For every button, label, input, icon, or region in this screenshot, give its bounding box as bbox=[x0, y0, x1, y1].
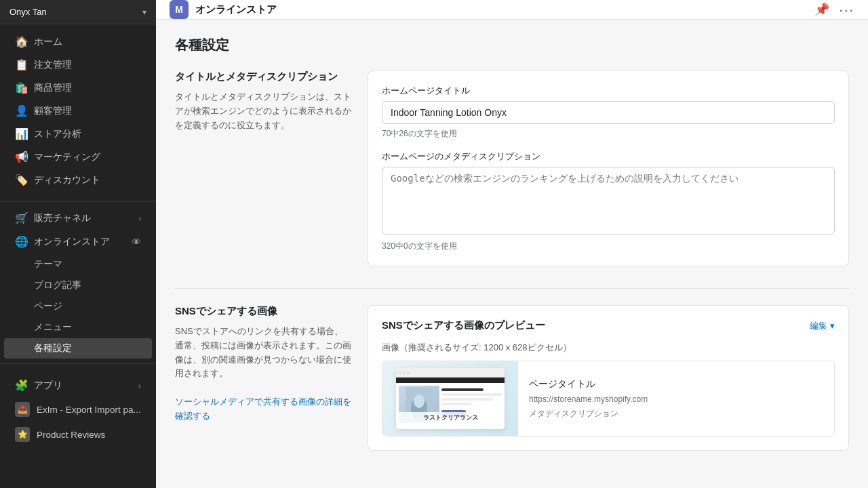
logo-text: M bbox=[175, 4, 183, 15]
preview-box: ラストクリアランス ページタイトル https://storename.mysh… bbox=[382, 361, 835, 436]
nav-divider bbox=[0, 201, 156, 202]
nav-item-products[interactable]: 🛍️ 商品管理 bbox=[4, 77, 152, 99]
sns-image-section: SNSでシェアする画像 SNSでストアへのリンクを共有する場合、通常、投稿には画… bbox=[175, 305, 849, 451]
expand-icon: › bbox=[138, 214, 141, 222]
title-meta-section: タイトルとメタディスクリプション タイトルとメタディスクリプションは、ストアが検… bbox=[175, 70, 849, 266]
sns-preview-card: SNSでシェアする画像のプレビュー 編集 ▾ 画像（推奨されるサイズ: 1200… bbox=[368, 305, 849, 451]
main-nav: 🏠 ホーム 📋 注文管理 🛍️ 商品管理 👤 顧客管理 📊 ストア分析 📢 マー… bbox=[0, 24, 156, 197]
home-icon: 🏠 bbox=[15, 35, 27, 48]
discounts-icon: 🏷️ bbox=[15, 174, 27, 186]
nav-item-marketing[interactable]: 📢 マーケティング bbox=[4, 146, 152, 168]
nav-label-products: 商品管理 bbox=[34, 82, 72, 94]
analytics-icon: 📊 bbox=[15, 127, 27, 140]
reviews-icon: ⭐ bbox=[15, 427, 30, 442]
store-selector[interactable]: Onyx Tan ▾ bbox=[0, 0, 156, 24]
main-content: M オンラインストア 📌 ··· 各種設定 タイトルとメタディスクリプション タ… bbox=[156, 0, 868, 488]
subnav-theme[interactable]: テーマ bbox=[4, 254, 152, 274]
online-store-subnav: テーマ ブログ記事 ページ メニュー 各種設定 bbox=[0, 253, 156, 359]
online-store-label: オンラインストア bbox=[34, 236, 132, 248]
nav-label-marketing: マーケティング bbox=[34, 151, 100, 163]
online-store-icon: 🌐 bbox=[15, 235, 27, 248]
title-meta-heading: タイトルとメタディスクリプション bbox=[175, 70, 351, 83]
mockup-line-3 bbox=[441, 398, 493, 401]
meta-description-label: ホームページのメタディスクリプション bbox=[382, 150, 835, 163]
customers-icon: 👤 bbox=[15, 104, 27, 117]
preview-image-content: ラストクリアランス bbox=[382, 361, 518, 436]
sns-preview-header: SNSでシェアする画像のプレビュー 編集 ▾ bbox=[382, 319, 835, 332]
apps-section: 🧩 アプリ › 📤 ExIm - Export Import pa... ⭐ P… bbox=[0, 368, 156, 453]
page-title: 各種設定 bbox=[175, 36, 849, 54]
meta-description-char-count: 320中0の文字を使用 bbox=[382, 241, 835, 252]
apps-section-label[interactable]: 🧩 アプリ › bbox=[4, 374, 152, 396]
pin-icon[interactable]: 📌 bbox=[814, 2, 829, 17]
nav-item-analytics[interactable]: 📊 ストア分析 bbox=[4, 123, 152, 145]
mockup-dot-1 bbox=[399, 371, 401, 374]
mockup-dot-2 bbox=[403, 371, 406, 374]
title-meta-form: ホームページタイトル 70中26の文字を使用 ホームページのメタディスクリプショ… bbox=[368, 70, 849, 266]
chevron-down-icon: ▾ bbox=[142, 7, 146, 17]
mockup-line-2 bbox=[441, 393, 502, 396]
sales-channels-label: 販売チャネル bbox=[34, 212, 138, 224]
topbar-right: 📌 ··· bbox=[814, 2, 854, 18]
mockup-dot-3 bbox=[407, 371, 410, 374]
meta-description-group: ホームページのメタディスクリプション 320中0の文字を使用 bbox=[382, 150, 835, 252]
apps-divider bbox=[0, 363, 156, 364]
homepage-title-group: ホームページタイトル 70中26の文字を使用 bbox=[382, 85, 835, 140]
nav-item-home[interactable]: 🏠 ホーム bbox=[4, 30, 152, 53]
sns-preview-title: SNSでシェアする画像のプレビュー bbox=[382, 319, 545, 332]
store-name: Onyx Tan bbox=[9, 7, 47, 17]
nav-item-customers[interactable]: 👤 顧客管理 bbox=[4, 100, 152, 122]
eye-icon[interactable]: 👁 bbox=[132, 237, 141, 247]
nav-label-discounts: ディスカウント bbox=[34, 174, 100, 186]
nav-label-analytics: ストア分析 bbox=[34, 128, 81, 140]
apps-label: アプリ bbox=[34, 380, 138, 392]
online-store-section[interactable]: 🌐 オンラインストア 👁 bbox=[4, 230, 152, 253]
preview-meta-desc: メタディスクリプション bbox=[529, 408, 823, 420]
mockup-header bbox=[396, 368, 505, 378]
preview-meta: ページタイトル https://storename.myshopify.com … bbox=[518, 361, 834, 436]
sns-desc-text: SNSでストアへのリンクを共有する場合、通常、投稿には画像が表示されます。この画… bbox=[175, 325, 351, 424]
svg-point-2 bbox=[414, 394, 425, 408]
chevron-down-icon: ▾ bbox=[830, 321, 835, 331]
subnav-label-pages: ページ bbox=[34, 300, 62, 312]
page-content: 各種設定 タイトルとメタディスクリプション タイトルとメタディスクリプションは、… bbox=[156, 20, 868, 488]
edit-label: 編集 bbox=[810, 320, 827, 332]
exim-icon: 📤 bbox=[15, 402, 30, 417]
homepage-title-input[interactable] bbox=[382, 101, 835, 124]
edit-button[interactable]: 編集 ▾ bbox=[810, 320, 835, 332]
products-icon: 🛍️ bbox=[15, 81, 27, 94]
sns-link[interactable]: ソーシャルメディアで共有する画像の詳細を確認する bbox=[175, 396, 351, 421]
marketing-icon: 📢 bbox=[15, 150, 27, 163]
mockup-nav bbox=[396, 378, 505, 383]
title-meta-desc-text: タイトルとメタディスクリプションは、ストアが検索エンジンでどのように表示されるか… bbox=[175, 90, 351, 132]
app-reviews[interactable]: ⭐ Product Reviews bbox=[4, 422, 152, 447]
nav-label-home: ホーム bbox=[34, 36, 62, 48]
preview-url: https://storename.myshopify.com bbox=[529, 394, 823, 404]
meta-description-textarea[interactable] bbox=[382, 167, 835, 235]
nav-item-discounts[interactable]: 🏷️ ディスカウント bbox=[4, 169, 152, 191]
subnav-settings[interactable]: 各種設定 bbox=[4, 338, 152, 359]
sales-channels-section[interactable]: 🛒 販売チャネル › bbox=[4, 207, 152, 229]
topbar-left: M オンラインストア bbox=[170, 0, 277, 19]
app-exim-label: ExIm - Export Import pa... bbox=[37, 405, 141, 415]
section-divider bbox=[175, 288, 849, 289]
sns-heading: SNSでシェアする画像 bbox=[175, 305, 351, 318]
more-options-icon[interactable]: ··· bbox=[839, 2, 854, 18]
app-exim[interactable]: 📤 ExIm - Export Import pa... bbox=[4, 397, 152, 422]
topbar: M オンラインストア 📌 ··· bbox=[156, 0, 868, 20]
sns-description: SNSでシェアする画像 SNSでストアへのリンクを共有する場合、通常、投稿には画… bbox=[175, 305, 351, 451]
subnav-pages[interactable]: ページ bbox=[4, 296, 152, 317]
homepage-title-char-count: 70中26の文字を使用 bbox=[382, 128, 835, 140]
sales-channels-icon: 🛒 bbox=[15, 211, 27, 224]
subnav-label-blog: ブログ記事 bbox=[34, 279, 81, 291]
apps-icon: 🧩 bbox=[15, 379, 27, 392]
sidebar: Onyx Tan ▾ 🏠 ホーム 📋 注文管理 🛍️ 商品管理 👤 顧客管理 📊… bbox=[0, 0, 156, 488]
mockup-line-4 bbox=[441, 403, 472, 405]
subnav-menu[interactable]: メニュー bbox=[4, 317, 152, 338]
image-label: 画像（推奨されるサイズ: 1200 x 628ピクセル） bbox=[382, 342, 835, 354]
nav-item-orders[interactable]: 📋 注文管理 bbox=[4, 54, 152, 76]
mockup-line-1 bbox=[441, 388, 484, 391]
banner-overlay: ラストクリアランス bbox=[396, 412, 505, 424]
store-mockup: ラストクリアランス bbox=[396, 368, 505, 429]
subnav-blog[interactable]: ブログ記事 bbox=[4, 275, 152, 296]
